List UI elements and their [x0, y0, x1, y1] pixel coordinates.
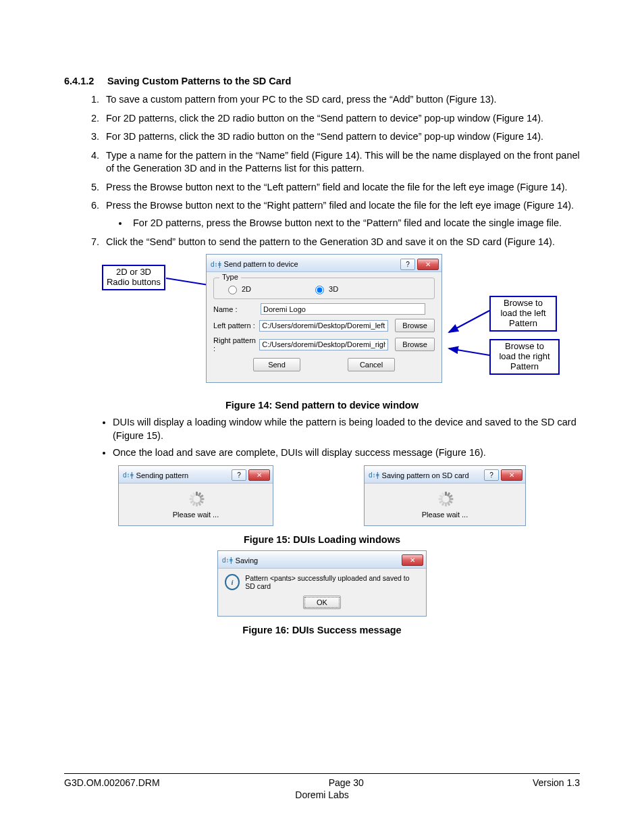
sub-bullet: For 2D patterns, press the Browse button… [129, 217, 580, 230]
footer-doc-id: G3D.OM.002067.DRM [64, 777, 160, 788]
left-pattern-label: Left pattern : [213, 321, 259, 330]
help-icon[interactable]: ? [232, 469, 246, 481]
footer-version: Version 1.3 [533, 777, 580, 788]
send-button[interactable]: Send [253, 358, 300, 371]
spinner-icon [188, 492, 203, 506]
app-icon: d↕ǂ [211, 261, 221, 268]
close-icon[interactable]: ✕ [417, 259, 439, 270]
name-input[interactable] [261, 303, 425, 315]
app-icon: d↕ǂ [222, 556, 233, 564]
figure-16-area: d↕ǂ Saving ✕ i Pattern <pants> successfu… [64, 550, 580, 617]
right-pattern-label: Right pattern : [213, 336, 259, 353]
callout-left-pattern: Browse to load the left Pattern [489, 296, 557, 332]
close-icon[interactable]: ✕ [248, 469, 270, 481]
dialog-title-text: Sending pattern [136, 471, 189, 479]
step-item: Press the Browse button next to the “Rig… [102, 199, 580, 230]
please-wait-text: Please wait ... [119, 511, 273, 519]
browse-left-button[interactable]: Browse [395, 319, 435, 332]
callout-radio: 2D or 3D Radio buttons [102, 265, 165, 290]
figure-15-caption: Figure 15: DUIs Loading windows [64, 534, 580, 545]
spinner-icon [437, 492, 452, 506]
success-dialog: d↕ǂ Saving ✕ i Pattern <pants> successfu… [217, 550, 427, 617]
dialog-title-bar[interactable]: d↕ǂ Send pattern to device ? ✕ [207, 255, 441, 272]
step-item: Type a name for the pattern in the “Name… [102, 149, 580, 176]
figure-16-caption: Figure 16: DUIs Success message [64, 625, 580, 635]
page-footer: G3D.OM.002067.DRM Page 30 Version 1.3 Do… [64, 773, 580, 800]
dialog-title-bar[interactable]: d↕ǂ Sending pattern ? ✕ [119, 466, 273, 484]
post-figure-bullets: DUIs will display a loading window while… [113, 416, 580, 460]
dialog-title-bar[interactable]: d↕ǂ Saving pattern on SD card ? ✕ [365, 466, 525, 484]
type-legend: Type [219, 273, 241, 281]
name-label: Name : [213, 305, 261, 313]
help-icon[interactable]: ? [484, 469, 499, 481]
footer-company: Doremi Labs [64, 789, 580, 800]
step-item: For 3D patterns, click the 3D radio butt… [102, 130, 580, 144]
dialog-title-text: Saving pattern on SD card [382, 471, 469, 479]
figure-14-caption: Figure 14: Send pattern to device window [64, 400, 580, 411]
dialog-title-text: Send pattern to device [224, 260, 298, 268]
saving-on-sd-dialog: d↕ǂ Saving pattern on SD card ? ✕ Please… [364, 465, 526, 526]
radio-2d[interactable]: 2D [225, 284, 251, 294]
figure-14-area: 2D or 3D Radio buttons Browse to load th… [64, 254, 580, 396]
radio-3d[interactable]: 3D [312, 284, 338, 294]
right-pattern-input[interactable] [259, 339, 388, 350]
browse-right-button[interactable]: Browse [395, 338, 435, 351]
figure-15-area: d↕ǂ Sending pattern ? ✕ Please wait ... … [64, 465, 580, 526]
section-title: Saving Custom Patterns to the SD Card [107, 76, 291, 86]
close-icon[interactable]: ✕ [402, 554, 423, 566]
svg-line-2 [449, 348, 489, 355]
callout-right-pattern: Browse to load the right Pattern [489, 339, 560, 375]
step-item: Press the Browse button next to the “Lef… [102, 181, 580, 194]
ok-button[interactable]: OK [303, 596, 341, 609]
dialog-title-bar[interactable]: d↕ǂ Saving ✕ [218, 551, 426, 569]
section-heading: 6.4.1.2 Saving Custom Patterns to the SD… [64, 76, 580, 86]
app-icon: d↕ǂ [369, 471, 379, 479]
please-wait-text: Please wait ... [365, 511, 525, 519]
app-icon: d↕ǂ [123, 471, 134, 479]
dialog-title-text: Saving [236, 556, 259, 565]
sending-pattern-dialog: d↕ǂ Sending pattern ? ✕ Please wait ... [118, 465, 273, 526]
bullet-item: Once the load and save are complete, DUI… [113, 446, 580, 460]
step-item: To save a custom pattern from your PC to… [102, 93, 580, 107]
section-number: 6.4.1.2 [64, 76, 105, 86]
info-icon: i [225, 574, 240, 590]
step-item: For 2D patterns, click the 2D radio butt… [102, 112, 580, 126]
left-pattern-input[interactable] [259, 320, 388, 332]
type-fieldset: Type 2D 3D [213, 278, 435, 299]
steps-list: To save a custom pattern from your PC to… [64, 93, 580, 249]
cancel-button[interactable]: Cancel [348, 358, 395, 371]
step-item: Click the “Send” button to send the patt… [102, 236, 580, 249]
footer-page: Page 30 [329, 777, 364, 788]
close-icon[interactable]: ✕ [501, 469, 522, 481]
bullet-item: DUIs will display a loading window while… [113, 416, 580, 442]
svg-line-1 [449, 311, 489, 332]
help-icon[interactable]: ? [400, 259, 415, 270]
send-pattern-dialog: d↕ǂ Send pattern to device ? ✕ Type 2D 3… [206, 254, 442, 383]
success-text: Pattern <pants> successfully uploaded an… [245, 574, 419, 590]
